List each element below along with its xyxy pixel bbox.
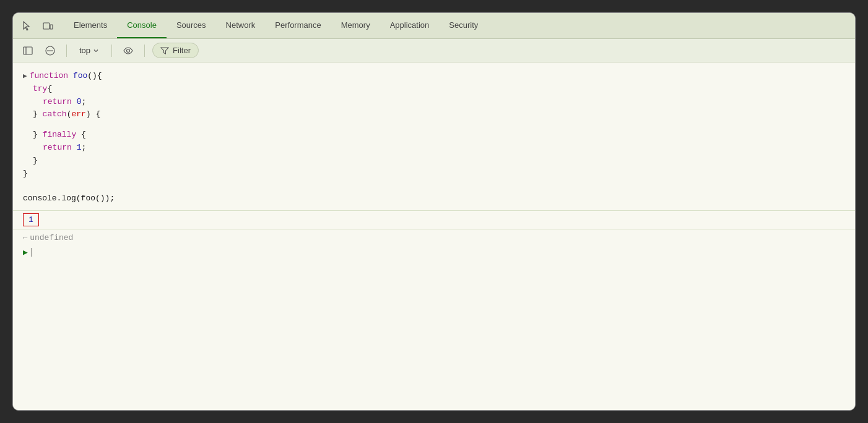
code-line-5: } finally { bbox=[23, 129, 845, 142]
console-prompt[interactable]: ▶ bbox=[13, 244, 855, 261]
tab-sources[interactable]: Sources bbox=[167, 13, 216, 38]
tab-memory[interactable]: Memory bbox=[331, 13, 380, 38]
code-line-8: } bbox=[23, 168, 845, 181]
svg-rect-0 bbox=[43, 23, 50, 29]
cursor-icon[interactable] bbox=[18, 17, 35, 35]
console-call-block: console.log(foo()); bbox=[13, 190, 855, 208]
console-toolbar: top Filter bbox=[13, 39, 855, 62]
blank-line bbox=[23, 121, 845, 129]
tab-console[interactable]: Console bbox=[117, 13, 167, 38]
devtools-window: Elements Console Sources Network Perform… bbox=[12, 12, 856, 411]
tab-performance[interactable]: Performance bbox=[265, 13, 331, 38]
svg-rect-1 bbox=[50, 25, 53, 29]
code-block: ▶ function foo (){ try { return 0 ; } ca… bbox=[13, 67, 855, 182]
main-tabs: Elements Console Sources Network Perform… bbox=[64, 13, 488, 38]
code-line-6: return 1 ; bbox=[23, 142, 845, 155]
toolbar-divider bbox=[66, 45, 67, 57]
spacer bbox=[13, 182, 855, 190]
console-call-line: console.log(foo()); bbox=[23, 192, 845, 205]
filter-button[interactable]: Filter bbox=[152, 43, 199, 58]
code-line-4: } catch ( err ) { bbox=[23, 108, 845, 121]
code-line-1: ▶ function foo (){ bbox=[23, 70, 845, 83]
undefined-line: ← undefined bbox=[13, 232, 855, 244]
output-value: 1 bbox=[23, 213, 39, 226]
output-line: 1 bbox=[13, 210, 855, 229]
sidebar-toggle-button[interactable] bbox=[19, 42, 37, 59]
return-arrow-icon: ← bbox=[23, 234, 27, 242]
cursor-blink bbox=[32, 248, 32, 257]
expand-icon[interactable]: ▶ bbox=[23, 71, 27, 82]
clear-console-button[interactable] bbox=[41, 42, 59, 59]
prompt-arrow-icon: ▶ bbox=[23, 247, 28, 257]
code-line-2: try { bbox=[23, 83, 845, 96]
svg-rect-2 bbox=[24, 47, 32, 54]
console-output[interactable]: ▶ function foo (){ try { return 0 ; } ca… bbox=[13, 62, 855, 410]
context-selector[interactable]: top bbox=[74, 44, 104, 57]
code-line-3: return 0 ; bbox=[23, 96, 845, 109]
tab-application[interactable]: Application bbox=[380, 13, 440, 38]
tab-security[interactable]: Security bbox=[439, 13, 488, 38]
tab-network[interactable]: Network bbox=[216, 13, 266, 38]
tab-bar: Elements Console Sources Network Perform… bbox=[13, 13, 855, 39]
code-line-7: } bbox=[23, 155, 845, 168]
eye-icon-button[interactable] bbox=[119, 42, 137, 59]
tab-elements[interactable]: Elements bbox=[64, 13, 117, 38]
tab-icon-group bbox=[18, 17, 56, 35]
toolbar-divider-2 bbox=[111, 45, 112, 57]
device-toggle-icon[interactable] bbox=[39, 17, 56, 35]
svg-point-6 bbox=[127, 49, 130, 52]
toolbar-divider-3 bbox=[144, 45, 145, 57]
